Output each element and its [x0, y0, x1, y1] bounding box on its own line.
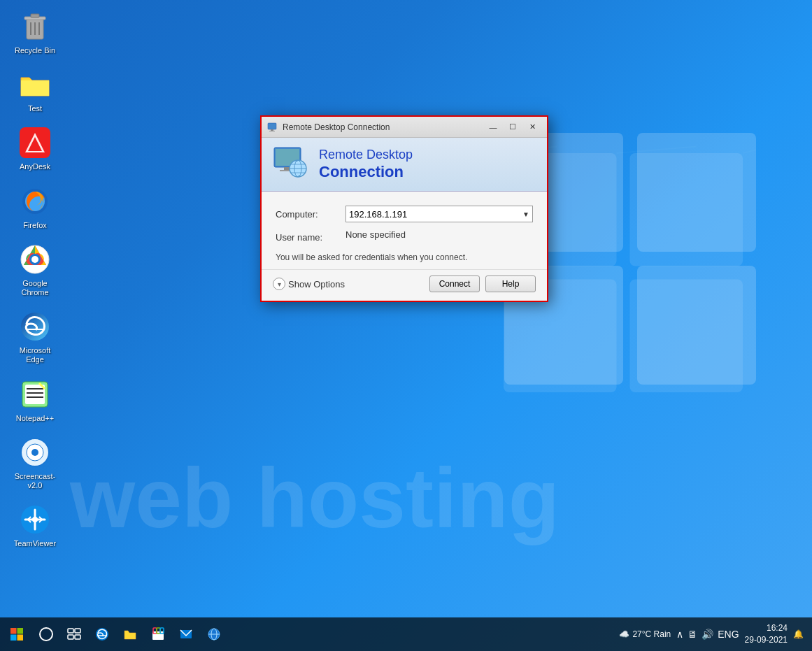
start-button[interactable]: [3, 620, 31, 648]
username-value: None specified: [346, 229, 406, 240]
dialog-header-line2: Connection: [319, 163, 413, 181]
svg-rect-50: [10, 635, 17, 641]
dialog-header: Remote Desktop Connection: [262, 138, 547, 192]
computer-label: Computer:: [276, 209, 346, 220]
dialog-footer-buttons: Connect Help: [429, 276, 536, 292]
google-chrome-icon[interactable]: Google Chrome: [7, 240, 63, 300]
svg-rect-55: [68, 635, 73, 639]
notepadpp-label: Notepad++: [16, 414, 54, 423]
test-folder-image: [18, 68, 52, 101]
dialog-titlebar-icon: [267, 122, 278, 133]
svg-rect-54: [75, 629, 80, 633]
dialog-header-line1: Remote Desktop: [319, 148, 413, 163]
taskbar-time: 16:24: [745, 622, 788, 634]
google-chrome-label: Google Chrome: [10, 279, 60, 297]
teamviewer-icon[interactable]: TeamViewer: [7, 500, 63, 551]
username-field: User name: None specified: [276, 229, 533, 245]
microsoft-edge-image: [18, 310, 52, 343]
credentials-info: You will be asked for credentials when y…: [276, 252, 533, 262]
screencast-image: [18, 436, 52, 469]
tray-expand-icon[interactable]: ∧: [676, 629, 683, 640]
svg-rect-10: [637, 266, 756, 385]
teamviewer-label: TeamViewer: [14, 539, 56, 548]
microsoft-edge-label: Microsoft Edge: [10, 346, 60, 364]
taskbar-network-button[interactable]: [201, 622, 227, 647]
firefox-label: Firefox: [23, 221, 47, 230]
dialog-header-icon: [273, 146, 309, 183]
svg-line-5: [617, 147, 697, 154]
anydesk-label: AnyDesk: [20, 162, 50, 171]
dialog-body: Computer: 192.168.1.191 ▼ User name: Non…: [262, 192, 547, 269]
system-tray: ∧ 🖥 🔊 ENG: [676, 629, 739, 640]
taskbar: ☁️ 27°C Rain ∧ 🖥 🔊 ENG 16:24 29-09-2021 …: [0, 617, 812, 651]
microsoft-edge-icon[interactable]: Microsoft Edge: [7, 307, 63, 367]
weather-icon: ☁️: [619, 629, 629, 639]
recycle-bin-icon[interactable]: Recycle Bin: [7, 7, 63, 58]
connect-button[interactable]: Connect: [429, 276, 480, 292]
firefox-image: [18, 185, 52, 218]
taskbar-weather[interactable]: ☁️ 27°C Rain: [619, 629, 671, 639]
svg-rect-3: [630, 280, 743, 393]
help-button[interactable]: Help: [485, 276, 536, 292]
svg-rect-1: [630, 153, 743, 266]
language-indicator[interactable]: ENG: [718, 629, 739, 640]
svg-point-52: [40, 628, 52, 641]
screencast-icon[interactable]: Screencast-v2.0: [7, 433, 63, 493]
taskbar-clock[interactable]: 16:24 29-09-2021: [745, 622, 788, 646]
taskbar-file-explorer-button[interactable]: [117, 622, 143, 647]
taskbar-right: ☁️ 27°C Rain ∧ 🖥 🔊 ENG 16:24 29-09-2021 …: [619, 622, 809, 646]
dialog-titlebar: Remote Desktop Connection — ☐ ✕: [262, 117, 547, 138]
computer-select[interactable]: 192.168.1.191 ▼: [346, 206, 533, 222]
svg-rect-41: [284, 167, 290, 170]
test-folder-icon[interactable]: Test: [7, 65, 63, 116]
test-folder-label: Test: [28, 104, 42, 113]
remote-desktop-dialog: Remote Desktop Connection — ☐ ✕: [260, 115, 548, 302]
dialog-close-button[interactable]: ✕: [523, 120, 541, 134]
dialog-minimize-button[interactable]: —: [484, 120, 502, 134]
desktop-icons-container: Recycle Bin Test AnyDesk: [7, 7, 63, 551]
dialog-titlebar-controls: — ☐ ✕: [484, 120, 541, 134]
svg-line-6: [743, 147, 756, 154]
notepadpp-image: [18, 378, 52, 411]
google-chrome-image: [18, 243, 52, 276]
svg-point-35: [32, 517, 38, 522]
computer-value: 192.168.1.191: [349, 209, 407, 220]
anydesk-icon[interactable]: AnyDesk: [7, 123, 63, 174]
teamviewer-image: [18, 503, 52, 536]
svg-rect-27: [25, 385, 45, 404]
taskbar-edge-button[interactable]: [90, 622, 115, 647]
taskbar-date: 29-09-2021: [745, 634, 788, 646]
network-tray-icon[interactable]: 🖥: [688, 629, 697, 640]
task-view-button[interactable]: [62, 622, 87, 647]
computer-select-arrow: ▼: [522, 210, 529, 218]
recycle-bin-image: [18, 10, 52, 43]
firefox-icon[interactable]: Firefox: [7, 182, 63, 233]
search-button[interactable]: [34, 622, 59, 647]
svg-rect-8: [637, 133, 756, 252]
notification-button[interactable]: 🔔: [793, 629, 804, 639]
svg-rect-53: [68, 629, 73, 633]
notepadpp-icon[interactable]: Notepad++: [7, 375, 63, 426]
computer-field: Computer: 192.168.1.191 ▼: [276, 206, 533, 222]
recycle-bin-label: Recycle Bin: [15, 46, 55, 55]
show-options-toggle[interactable]: ▾ Show Options: [273, 278, 345, 290]
show-options-icon: ▾: [273, 278, 285, 290]
dialog-restore-button[interactable]: ☐: [504, 120, 522, 134]
taskbar-mail-button[interactable]: [173, 622, 199, 647]
svg-rect-51: [17, 635, 24, 641]
dialog-footer: ▾ Show Options Connect Help: [262, 269, 547, 301]
svg-point-33: [31, 449, 38, 456]
svg-rect-38: [269, 131, 275, 131]
screencast-label: Screencast-v2.0: [10, 472, 60, 490]
svg-rect-56: [75, 635, 80, 639]
taskbar-store-button[interactable]: [145, 622, 171, 647]
svg-rect-13: [31, 14, 39, 17]
dialog-header-title: Remote Desktop Connection: [319, 148, 413, 181]
weather-text: 27°C Rain: [632, 629, 671, 639]
show-options-label: Show Options: [288, 279, 345, 289]
dialog-titlebar-title: Remote Desktop Connection: [283, 122, 484, 132]
svg-rect-48: [10, 628, 17, 634]
volume-tray-icon[interactable]: 🔊: [701, 629, 713, 640]
anydesk-image: [18, 126, 52, 159]
svg-rect-36: [268, 123, 276, 129]
